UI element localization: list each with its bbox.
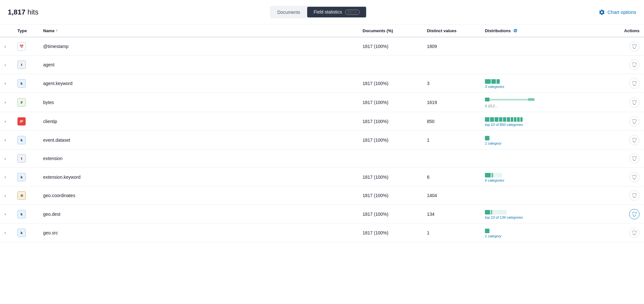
action-btn-agent[interactable] bbox=[629, 60, 639, 70]
distribution-event_dataset: 1 category bbox=[485, 135, 594, 145]
field-name-extension_keyword: extension.keyword bbox=[43, 175, 363, 180]
distinct-val-event_dataset: 1 bbox=[427, 138, 485, 143]
actions-col-agent bbox=[594, 60, 639, 70]
table-row-extension_keyword: › k extension.keyword 1817 (100%) 6 6 ca… bbox=[0, 168, 644, 186]
doc-pct-agent_keyword: 1817 (100%) bbox=[363, 81, 427, 86]
table-row-bytes: › # bytes 1817 (100%) 1619 0 10,2... bbox=[0, 93, 644, 112]
gear-icon bbox=[599, 9, 605, 15]
distribution-geo_dest: top 10 of 134 categories bbox=[485, 209, 594, 219]
table-row-agent_keyword: › k agent.keyword 1817 (100%) 3 3 catego… bbox=[0, 74, 644, 93]
action-btn-extension_keyword[interactable] bbox=[629, 172, 639, 182]
table-row-geo_src: › k geo.src 1817 (100%) 1 1 category bbox=[0, 223, 644, 242]
hits-count: 1,817 hits bbox=[8, 8, 38, 16]
action-btn-extension[interactable] bbox=[629, 153, 639, 164]
top-bar: 1,817 hits Documents Field statistics BE… bbox=[0, 0, 644, 24]
expand-chevron-geo_src[interactable]: › bbox=[5, 230, 17, 235]
expand-chevron-clientip[interactable]: › bbox=[5, 119, 17, 124]
distinct-val-clientip: 850 bbox=[427, 119, 485, 124]
field-name-extension: extension bbox=[43, 156, 363, 161]
actions-col-bytes bbox=[594, 97, 639, 108]
field-name-timestamp: @timestamp bbox=[43, 44, 363, 49]
type-badge-geo_coordinates: ⊕ bbox=[17, 191, 43, 200]
field-name-event_dataset: event.dataset bbox=[43, 138, 363, 143]
col-type-header: Type bbox=[17, 28, 43, 33]
action-btn-agent_keyword[interactable] bbox=[629, 78, 639, 89]
chart-options-button[interactable]: Chart options bbox=[599, 9, 636, 15]
table-body: › 📅 @timestamp 1817 (100%) 1809 › t agen… bbox=[0, 37, 644, 242]
distribution-bytes: 0 10,2... bbox=[485, 97, 594, 108]
expand-chevron-geo_coordinates[interactable]: › bbox=[5, 193, 17, 198]
actions-col-geo_coordinates bbox=[594, 190, 639, 201]
action-btn-geo_coordinates[interactable] bbox=[629, 190, 639, 201]
field-name-agent: agent bbox=[43, 62, 363, 67]
actions-col-agent_keyword bbox=[594, 78, 639, 89]
actions-col-event_dataset bbox=[594, 135, 639, 145]
table-row-timestamp: › 📅 @timestamp 1817 (100%) 1809 bbox=[0, 37, 644, 56]
expand-chevron-extension_keyword[interactable]: › bbox=[5, 175, 17, 179]
distinct-val-geo_coordinates: 1404 bbox=[427, 193, 485, 198]
field-name-clientip: clientip bbox=[43, 119, 363, 124]
doc-pct-bytes: 1817 (100%) bbox=[363, 100, 427, 105]
action-btn-clientip[interactable] bbox=[629, 116, 639, 127]
distinct-val-bytes: 1619 bbox=[427, 100, 485, 105]
type-badge-extension: t bbox=[17, 154, 43, 163]
tab-field-statistics[interactable]: Field statistics BETA bbox=[307, 7, 366, 17]
expand-chevron-event_dataset[interactable]: › bbox=[5, 138, 17, 142]
doc-pct-clientip: 1817 (100%) bbox=[363, 119, 427, 124]
type-badge-bytes: # bbox=[17, 98, 43, 107]
doc-pct-geo_src: 1817 (100%) bbox=[363, 230, 427, 235]
expand-chevron-timestamp[interactable]: › bbox=[5, 44, 17, 49]
table-row-extension: › t extension bbox=[0, 149, 644, 168]
distinct-val-agent_keyword: 3 bbox=[427, 81, 485, 86]
doc-pct-geo_coordinates: 1817 (100%) bbox=[363, 193, 427, 198]
type-badge-extension_keyword: k bbox=[17, 173, 43, 181]
expand-chevron-agent[interactable]: › bbox=[5, 62, 17, 67]
distribution-clientip: top 10 of 850 categories bbox=[485, 116, 594, 127]
distribution-agent_keyword: 3 categories bbox=[485, 78, 594, 89]
distribution-extension_keyword: 6 categories bbox=[485, 172, 594, 182]
field-name-geo_src: geo.src bbox=[43, 230, 363, 235]
action-btn-bytes[interactable] bbox=[629, 97, 639, 108]
action-btn-event_dataset[interactable] bbox=[629, 135, 639, 145]
action-btn-geo_src[interactable] bbox=[629, 228, 639, 238]
col-distinct-header: Distinct values bbox=[427, 28, 485, 33]
actions-col-extension_keyword bbox=[594, 172, 639, 182]
doc-pct-extension_keyword: 1817 (100%) bbox=[363, 175, 427, 180]
tab-documents[interactable]: Documents bbox=[271, 7, 307, 17]
action-btn-timestamp[interactable] bbox=[629, 41, 639, 52]
expand-chevron-bytes[interactable]: › bbox=[5, 100, 17, 105]
distinct-val-geo_dest: 134 bbox=[427, 212, 485, 217]
distinct-val-extension_keyword: 6 bbox=[427, 175, 485, 180]
doc-pct-timestamp: 1817 (100%) bbox=[363, 44, 427, 49]
beta-badge: BETA bbox=[345, 10, 360, 15]
table-row-event_dataset: › k event.dataset 1817 (100%) 1 1 catego… bbox=[0, 131, 644, 149]
actions-col-extension bbox=[594, 153, 639, 164]
distinct-val-timestamp: 1809 bbox=[427, 44, 485, 49]
actions-col-geo_src bbox=[594, 228, 639, 238]
table-header: Type Name ↑ Documents (%) Distinct value… bbox=[0, 24, 644, 37]
col-name-header: Name ↑ bbox=[43, 28, 363, 33]
field-name-bytes: bytes bbox=[43, 100, 363, 105]
col-actions-header: Actions bbox=[594, 28, 639, 33]
distinct-val-geo_src: 1 bbox=[427, 230, 485, 235]
table-container: Type Name ↑ Documents (%) Distinct value… bbox=[0, 24, 644, 242]
sort-arrow[interactable]: ↑ bbox=[56, 28, 58, 33]
distribution-geo_src: 1 category bbox=[485, 227, 594, 238]
table-row-clientip: › IP clientip 1817 (100%) 850 top 10 of … bbox=[0, 112, 644, 131]
col-distributions-header: Distributions ⊘ bbox=[485, 28, 594, 33]
tab-group: Documents Field statistics BETA bbox=[270, 6, 367, 18]
expand-chevron-extension[interactable]: › bbox=[5, 156, 17, 161]
field-name-agent_keyword: agent.keyword bbox=[43, 81, 363, 86]
field-name-geo_coordinates: geo.coordinates bbox=[43, 193, 363, 198]
expand-chevron-geo_dest[interactable]: › bbox=[5, 212, 17, 216]
distributions-toggle-icon[interactable]: ⊘ bbox=[513, 28, 517, 33]
table-row-agent: › t agent bbox=[0, 56, 644, 74]
actions-col-clientip bbox=[594, 116, 639, 127]
action-btn-geo_dest[interactable] bbox=[629, 209, 639, 219]
actions-col-timestamp bbox=[594, 41, 639, 52]
doc-pct-geo_dest: 1817 (100%) bbox=[363, 212, 427, 217]
type-badge-geo_src: k bbox=[17, 229, 43, 237]
type-badge-geo_dest: k bbox=[17, 210, 43, 218]
expand-chevron-agent_keyword[interactable]: › bbox=[5, 81, 17, 86]
type-badge-event_dataset: k bbox=[17, 136, 43, 144]
